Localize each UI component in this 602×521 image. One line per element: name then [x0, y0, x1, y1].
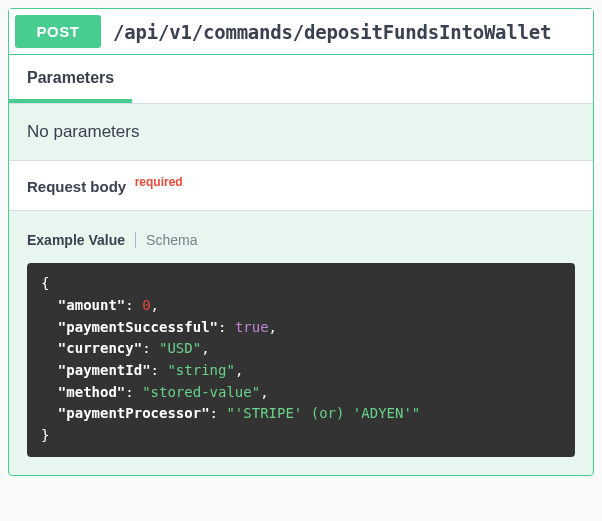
no-parameters-message: No parameters [9, 104, 593, 160]
tab-example-value[interactable]: Example Value [27, 232, 136, 248]
endpoint-path: /api/v1/commands/depositFundsIntoWallet [113, 21, 551, 43]
request-body-header: Request body required [9, 160, 593, 211]
request-body-label: Request body [27, 178, 126, 195]
endpoint-block: POST /api/v1/commands/depositFundsIntoWa… [8, 8, 594, 476]
required-badge: required [135, 175, 183, 189]
tab-schema[interactable]: Schema [136, 232, 207, 248]
example-json-code[interactable]: { "amount": 0, "paymentSuccessful": true… [27, 263, 575, 457]
parameters-tabs: Parameters [9, 55, 593, 104]
example-tabs: Example ValueSchema [9, 211, 593, 259]
tab-parameters[interactable]: Parameters [9, 55, 132, 103]
http-method-badge: POST [15, 15, 101, 48]
endpoint-header[interactable]: POST /api/v1/commands/depositFundsIntoWa… [9, 9, 593, 55]
